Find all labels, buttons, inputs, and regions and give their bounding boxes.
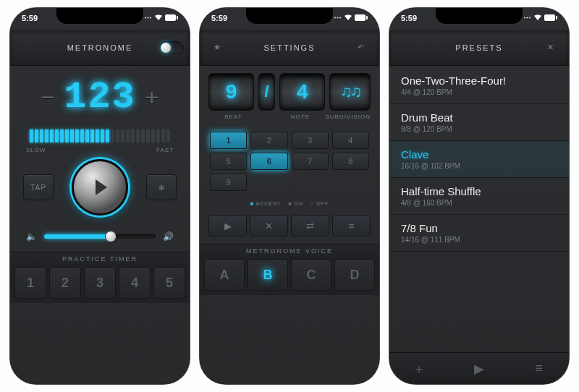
volume-slider[interactable] <box>44 234 156 239</box>
status-battery-icon <box>355 14 368 22</box>
preset-title: Clave <box>401 148 557 161</box>
tempo-segment <box>45 129 48 142</box>
tempo-segment <box>90 129 94 142</box>
screen: PRESETS ✕ One-Two-Three-Four!4/4 @ 120 B… <box>389 8 569 384</box>
status-wifi-icon <box>344 14 352 22</box>
bpm-display[interactable]: 123 <box>64 76 136 119</box>
gear-icon: ✻ <box>159 184 165 192</box>
voice-label: METRONOME VOICE <box>200 244 379 259</box>
header-title: PRESETS <box>455 43 502 52</box>
legend-accent: ACCENT <box>250 201 282 206</box>
beat-grid: 123456789 <box>200 127 379 195</box>
tempo-slow-label: SLOW <box>26 147 46 153</box>
back-button[interactable]: ↶ <box>349 38 373 58</box>
beat-legend: ACCENT ON OFF <box>200 195 379 212</box>
tempo-segment <box>146 129 150 142</box>
svg-rect-3 <box>366 16 368 20</box>
tempo-segment <box>50 129 54 142</box>
tempo-segment <box>75 129 79 142</box>
phone-metronome: 5:59 ⋯ METRONOME − 123 + SLOW FAST <box>10 8 190 384</box>
bpm-increase-button[interactable]: + <box>145 83 159 111</box>
beat-cell[interactable]: 3 <box>292 132 329 149</box>
legend-off: OFF <box>310 201 329 206</box>
voice-option[interactable]: B <box>248 259 288 291</box>
tempo-segment <box>131 129 135 142</box>
play-button[interactable]: ▶ <box>208 215 247 237</box>
preset-item[interactable]: One-Two-Three-Four!4/4 @ 120 BPM <box>389 67 569 104</box>
list-button[interactable]: ≡ <box>332 215 371 237</box>
subdivision-wheel[interactable]: ♫♫ <box>329 73 371 111</box>
close-icon: ✕ <box>265 221 273 231</box>
svg-rect-2 <box>355 14 365 21</box>
voice-option[interactable]: D <box>334 259 375 291</box>
svg-rect-1 <box>177 16 178 20</box>
note-wheel[interactable]: 4 <box>279 73 325 111</box>
tempo-segment <box>161 129 165 142</box>
beat-cell[interactable]: 9 <box>210 174 247 191</box>
svg-rect-5 <box>556 16 557 20</box>
beat-wheel[interactable]: 9 <box>208 73 254 111</box>
favorite-button[interactable]: ★ <box>206 38 230 58</box>
preset-subtitle: 4/4 @ 120 BPM <box>401 88 557 96</box>
preset-slot[interactable]: 2 <box>49 267 81 299</box>
tempo-segment <box>60 129 64 142</box>
preset-title: One-Two-Three-Four! <box>401 74 557 87</box>
status-wifi-icon <box>533 14 542 22</box>
preset-item[interactable]: 7/8 Fun14/16 @ 111 BPM <box>389 215 569 252</box>
tempo-segment <box>65 129 69 142</box>
preset-slot[interactable]: 3 <box>84 267 116 299</box>
beat-cell[interactable]: 6 <box>250 153 287 170</box>
close-button[interactable]: ✕ <box>538 38 563 58</box>
header-bar: METRONOME <box>10 30 190 66</box>
voice-option[interactable]: A <box>204 259 245 291</box>
play-button[interactable] <box>72 159 128 216</box>
preset-title: 7/8 Fun <box>401 222 557 234</box>
tempo-meter[interactable]: SLOW FAST <box>10 123 190 149</box>
reorder-button[interactable]: ≡ <box>509 353 569 384</box>
settings-button[interactable]: ✻ <box>146 174 177 200</box>
status-battery-icon <box>544 14 557 22</box>
list-icon: ≡ <box>349 221 355 231</box>
tempo-segment <box>166 129 170 142</box>
preset-slot[interactable]: 1 <box>14 267 46 299</box>
beat-cell[interactable]: 7 <box>292 153 329 170</box>
preset-item[interactable]: Half-time Shuffle4/8 @ 160 BPM <box>389 178 569 215</box>
time-signature-row: 9 / 4 ♫♫ <box>200 66 379 114</box>
tempo-segment <box>35 129 38 142</box>
voice-option[interactable]: C <box>291 259 331 291</box>
play-icon: ▶ <box>224 221 232 231</box>
beat-cell[interactable]: 2 <box>250 132 287 149</box>
tempo-segment <box>85 129 89 142</box>
bpm-decrease-button[interactable]: − <box>41 83 55 111</box>
add-preset-button[interactable]: ＋ <box>389 353 449 384</box>
preset-subtitle: 16/16 @ 102 BPM <box>401 162 557 170</box>
tempo-segment <box>30 129 33 142</box>
status-time: 5:59 <box>211 14 227 22</box>
status-time: 5:59 <box>401 14 417 22</box>
shuffle-button[interactable]: ⇄ <box>291 215 329 237</box>
tempo-segment <box>70 129 74 142</box>
preset-list[interactable]: One-Two-Three-Four!4/4 @ 120 BPMDrum Bea… <box>389 66 569 352</box>
beat-cell[interactable]: 1 <box>210 132 247 149</box>
beat-cell[interactable]: 4 <box>332 132 369 149</box>
preset-slot[interactable]: 5 <box>153 267 185 299</box>
view-toggle[interactable] <box>159 38 184 58</box>
beat-cell[interactable]: 5 <box>210 153 247 170</box>
preset-subtitle: 14/16 @ 111 BPM <box>401 236 557 244</box>
clear-button[interactable]: ✕ <box>250 215 288 237</box>
bpm-row: − 123 + <box>10 66 190 123</box>
preset-row: 12345 <box>10 267 190 303</box>
play-preset-button[interactable]: ▶ <box>449 353 510 384</box>
preset-slot[interactable]: 4 <box>119 267 151 299</box>
tap-button[interactable]: TAP <box>23 174 54 200</box>
preset-item[interactable]: Drum Beat8/8 @ 120 BPM <box>389 104 569 141</box>
preset-item[interactable]: Clave16/16 @ 102 BPM <box>389 141 569 178</box>
beat-cell[interactable]: 8 <box>332 153 369 170</box>
tempo-segment <box>80 129 84 142</box>
voice-row: ABCD <box>200 259 379 295</box>
tempo-segment <box>40 129 43 142</box>
tempo-segment <box>141 129 145 142</box>
tempo-segment <box>151 129 155 142</box>
preset-subtitle: 4/8 @ 160 BPM <box>401 199 557 207</box>
volume-low-icon: 🔈 <box>26 231 37 242</box>
